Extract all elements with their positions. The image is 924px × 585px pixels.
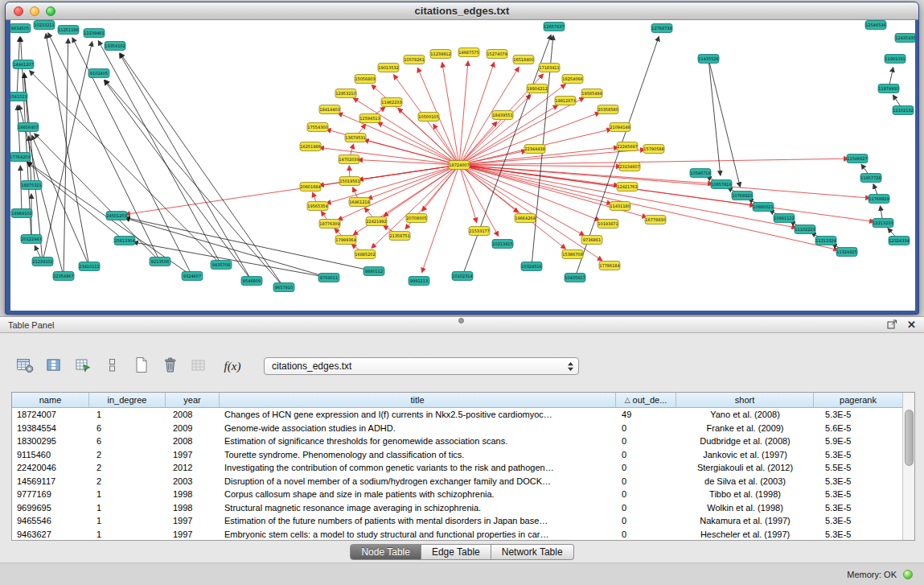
table-row[interactable]: 1830029562008Estimation of significance …: [12, 435, 902, 448]
graph-node[interactable]: 22245697: [617, 142, 638, 151]
graph-node[interactable]: 11657728: [860, 174, 881, 183]
graph-node[interactable]: 20358580: [598, 105, 618, 114]
graph-node[interactable]: 19812673: [555, 97, 576, 105]
new-table-button[interactable]: [129, 356, 153, 377]
graph-node[interactable]: 9880112: [363, 267, 384, 276]
graph-node[interactable]: 23134607: [619, 163, 640, 171]
graph-node[interactable]: 11768829: [869, 195, 889, 204]
graph-node[interactable]: 9102405: [88, 69, 109, 78]
table-row[interactable]: 946362711997Embryonic stem cells: a mode…: [12, 528, 902, 541]
graph-node[interactable]: 19013532: [378, 64, 399, 72]
graph-node[interactable]: 11879930: [878, 84, 899, 93]
graph-node[interactable]: 11102223: [795, 225, 815, 234]
column-header-year[interactable]: year: [166, 393, 220, 407]
graph-node[interactable]: 15541513: [10, 93, 27, 101]
function-builder-button[interactable]: f(x): [219, 360, 246, 373]
graph-node[interactable]: 15274079: [487, 50, 507, 59]
graph-node[interactable]: 14687575: [458, 48, 479, 57]
graph-node[interactable]: 16518400: [513, 56, 534, 64]
graph-node[interactable]: 11239812: [430, 50, 451, 59]
table-row[interactable]: 977716911998Corpus callosum shape and si…: [12, 488, 902, 501]
graph-node[interactable]: 19984102: [11, 209, 32, 218]
column-header-out-de-[interactable]: △out_de...: [616, 393, 676, 407]
graph-node[interactable]: 11435526: [698, 55, 719, 64]
graph-node[interactable]: 10193871: [598, 220, 618, 229]
graph-node[interactable]: 23410112: [79, 262, 100, 271]
network-canvas[interactable]: 1872400716251986175543001841440312953210…: [10, 20, 915, 311]
graph-node[interactable]: 18804212: [527, 84, 548, 93]
table-row[interactable]: 969969511998Structural magnetic resonanc…: [12, 501, 902, 515]
graph-node[interactable]: 17999364: [335, 236, 356, 245]
close-window-button[interactable]: [14, 6, 23, 16]
graph-node[interactable]: 19585499: [581, 89, 602, 98]
graph-node[interactable]: 17764203: [10, 153, 31, 162]
graph-node[interactable]: 18776309: [319, 220, 340, 229]
close-panel-icon[interactable]: ✕: [907, 319, 916, 330]
graph-node[interactable]: 11462233: [381, 98, 402, 107]
graph-node[interactable]: 9546809: [241, 277, 262, 286]
graph-node[interactable]: 9324607: [182, 272, 203, 281]
graph-node[interactable]: 20708005: [406, 214, 427, 223]
graph-node[interactable]: 12213233: [873, 219, 893, 228]
tab-edge-table[interactable]: Edge Table: [421, 544, 491, 560]
graph-node[interactable]: 16778830: [645, 216, 666, 225]
table-options-button[interactable]: [13, 356, 37, 377]
graph-node[interactable]: 10435617: [565, 274, 585, 282]
graph-node[interactable]: 12435435: [895, 34, 915, 43]
table-row[interactable]: 1456911722003Disruption of a novel membe…: [12, 475, 902, 488]
graph-node[interactable]: 11431180: [610, 202, 630, 211]
graph-node[interactable]: 12953210: [335, 89, 356, 98]
table-row[interactable]: 2242004622012Investigating the contribut…: [12, 461, 902, 475]
graph-node[interactable]: 10500105: [418, 113, 439, 122]
graph-node[interactable]: 16885202: [355, 250, 376, 259]
graph-node[interactable]: 9991213: [409, 277, 429, 286]
column-header-name[interactable]: name: [12, 393, 89, 407]
float-panel-icon[interactable]: [887, 318, 897, 332]
graph-node[interactable]: 21239102: [32, 257, 53, 266]
graph-node[interactable]: 16656407: [18, 123, 39, 132]
tab-node-table[interactable]: Node Table: [350, 544, 421, 560]
graph-node[interactable]: 21094148: [610, 123, 630, 132]
graph-node[interactable]: 22354867: [53, 272, 74, 281]
row-tools-button[interactable]: [100, 356, 124, 377]
network-window-titlebar[interactable]: citations_edges.txt: [6, 2, 918, 20]
graph-node[interactable]: 11991031: [885, 55, 906, 64]
graph-node[interactable]: 18439551: [492, 111, 513, 120]
graph-node[interactable]: 10213415: [492, 240, 513, 249]
import-table-button[interactable]: [187, 356, 211, 377]
table-row[interactable]: 911546021997Tourette syndrome. Phenomeno…: [12, 448, 902, 462]
graph-node[interactable]: 14441207: [13, 60, 34, 69]
column-header-pagerank[interactable]: pagerank: [814, 393, 902, 407]
graph-node[interactable]: 17554300: [307, 123, 328, 132]
graph-node[interactable]: 11546627: [847, 154, 868, 163]
graph-node[interactable]: 24501203: [106, 212, 127, 220]
graph-node[interactable]: 18414403: [319, 105, 340, 114]
column-header-short[interactable]: short: [676, 393, 814, 407]
graph-node[interactable]: 9736861: [581, 236, 602, 245]
graph-node[interactable]: 21533177: [469, 227, 490, 236]
graph-node[interactable]: 9213506: [150, 257, 170, 266]
graph-node[interactable]: 20122943: [21, 235, 42, 244]
graph-node[interactable]: 12546536: [865, 21, 886, 30]
graph-node[interactable]: 21358751: [389, 232, 410, 241]
graph-node[interactable]: 12324334: [889, 237, 910, 245]
graph-node[interactable]: 17183411: [539, 64, 560, 72]
graph-node[interactable]: 10880021: [753, 203, 774, 212]
table-select-dropdown[interactable]: citations_edges.txt: [264, 357, 579, 375]
graph-node[interactable]: 15386708: [562, 250, 583, 259]
graph-node[interactable]: 12594513: [359, 114, 380, 123]
delete-table-button[interactable]: [158, 356, 182, 377]
graph-node[interactable]: 19565354: [307, 202, 328, 211]
graph-node[interactable]: 15019561: [339, 177, 360, 186]
table-row[interactable]: 946554611997Estimation of the future num…: [12, 514, 902, 528]
graph-node[interactable]: 10578261: [404, 56, 425, 64]
graph-node[interactable]: 17786184: [599, 262, 620, 270]
graph-node[interactable]: 19664269: [515, 214, 536, 223]
column-header-title[interactable]: title: [220, 393, 616, 407]
graph-node[interactable]: 9435708: [211, 261, 232, 270]
graph-node[interactable]: 12421763: [617, 183, 638, 192]
graph-node[interactable]: 15790588: [643, 145, 664, 154]
table-row[interactable]: 1872400712008Changes of HCN gene express…: [12, 408, 902, 422]
scrollbar-thumb[interactable]: [905, 410, 914, 466]
graph-node[interactable]: 10657819: [711, 180, 732, 189]
